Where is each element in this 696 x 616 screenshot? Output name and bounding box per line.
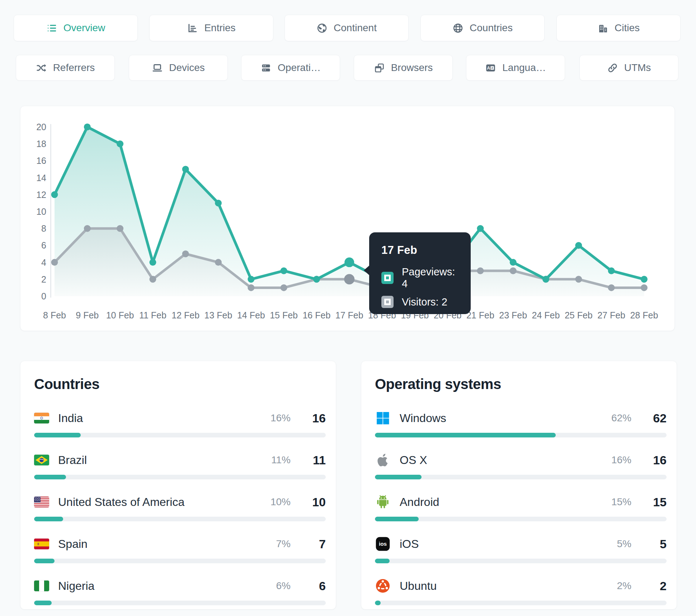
stat-row-link[interactable]: Windows62%62 — [375, 409, 667, 427]
stat-percent: 2% — [617, 580, 631, 592]
stat-row-link[interactable]: iosiOS5%5 — [375, 535, 667, 553]
country-row-nigeria: Nigeria6%6 — [34, 577, 326, 616]
tab-label: Operati… — [278, 63, 321, 73]
tab-label: Continent — [334, 23, 377, 33]
os-panel-title: Operating systems — [375, 376, 667, 392]
y-tick-label: 4 — [41, 257, 46, 267]
visitors-point — [51, 259, 58, 266]
stat-label: Windows — [400, 412, 611, 425]
stat-row-link[interactable]: Nigeria6%6 — [34, 577, 326, 594]
stat-label: Nigeria — [58, 579, 276, 593]
tooltip-arrow — [364, 265, 370, 275]
tab-devices[interactable]: Devices — [129, 55, 228, 81]
os-row-windows: Windows62%62 — [375, 409, 667, 451]
y-tick-label: 16 — [36, 156, 46, 166]
x-tick-label: 13 Feb — [204, 310, 232, 320]
country-row-brazil: Brazil11%11 — [34, 451, 326, 493]
traffic-line-chart[interactable]: 024681012141618208 Feb9 Feb10 Feb11 Feb1… — [20, 106, 674, 331]
stat-row-link[interactable]: United States of America10%10 — [34, 493, 326, 511]
stat-row-link[interactable]: India16%16 — [34, 409, 326, 427]
country-row-united-states-of-america: United States of America10%10 — [34, 493, 326, 535]
stat-row-link[interactable]: Brazil11%11 — [34, 451, 326, 469]
y-tick-label: 12 — [36, 190, 46, 200]
tab-operati[interactable]: Operati… — [241, 55, 340, 81]
tab-entries[interactable]: Entries — [149, 15, 273, 41]
list-icon — [46, 23, 57, 34]
chart-tooltip: 17 Feb Pageviews: 4Visitors: 2 — [369, 232, 471, 314]
tab-cities[interactable]: Cities — [556, 15, 681, 41]
os-row-os-x: OS X16%16 — [375, 451, 667, 493]
stat-label: Ubuntu — [400, 579, 617, 593]
y-tick-label: 2 — [41, 274, 46, 284]
stat-bar-track — [34, 601, 326, 605]
stat-row-link[interactable]: OS X16%16 — [375, 451, 667, 469]
stat-bar-track — [34, 517, 326, 521]
y-tick-label: 6 — [41, 240, 46, 250]
x-tick-label: 8 Feb — [43, 310, 66, 320]
stat-count: 16 — [305, 411, 326, 425]
flag-ng-icon — [34, 581, 49, 591]
visitors-point — [84, 225, 91, 232]
stat-label: United States of America — [58, 496, 271, 509]
android-logo-icon — [375, 494, 391, 510]
visitors-point — [117, 225, 123, 232]
tab-label: Langua… — [502, 63, 546, 73]
stat-row-link[interactable]: Spain7%7 — [34, 535, 326, 553]
stat-bar-fill — [34, 475, 66, 479]
tab-referrers[interactable]: Referrers — [16, 55, 115, 81]
visitors-point — [575, 276, 582, 283]
tab-label: Entries — [204, 23, 235, 33]
cities-building-icon — [597, 23, 608, 34]
tooltip-row-visitors: Visitors: 2 — [381, 296, 460, 308]
tab-utms[interactable]: UTMs — [579, 55, 678, 81]
stat-percent: 11% — [271, 454, 291, 466]
stat-row-link[interactable]: Ubuntu2%2 — [375, 577, 667, 594]
x-tick-label: 12 Feb — [171, 310, 199, 320]
countries-globe-icon — [452, 23, 464, 34]
stat-bar-fill — [34, 601, 52, 605]
ios-logo-icon: ios — [375, 536, 391, 552]
os-row-ios: iosiOS5%5 — [375, 535, 667, 577]
visitors-point — [477, 267, 484, 274]
shuffle-icon — [36, 62, 47, 74]
teal-series-swatch — [381, 272, 394, 284]
stat-bar-fill — [375, 559, 390, 563]
stat-percent: 6% — [276, 580, 291, 592]
tooltip-row-pageviews: Pageviews: 4 — [381, 266, 460, 290]
x-tick-label: 27 Feb — [597, 310, 625, 320]
x-tick-label: 16 Feb — [302, 310, 330, 320]
tab-countries[interactable]: Countries — [420, 15, 545, 41]
pageviews-point — [575, 242, 582, 249]
tab-label: Countries — [470, 23, 513, 33]
stat-count: 11 — [305, 453, 326, 467]
tab-label: Browsers — [391, 63, 433, 73]
stat-count: 15 — [646, 495, 667, 509]
stat-bar-track — [34, 559, 326, 563]
stat-bar-track — [375, 601, 667, 605]
stat-bar-fill — [34, 559, 55, 563]
pageviews-point — [182, 166, 189, 173]
stat-percent: 16% — [611, 454, 631, 466]
link-icon — [607, 62, 618, 74]
tab-continent[interactable]: Continent — [284, 15, 409, 41]
x-tick-label: 17 Feb — [335, 310, 363, 320]
stat-label: Android — [400, 496, 611, 509]
stat-bar-track — [375, 433, 667, 437]
stat-row-link[interactable]: Android15%15 — [375, 493, 667, 511]
visitors-point — [248, 284, 254, 291]
tab-browsers[interactable]: Browsers — [354, 55, 453, 81]
tab-overview[interactable]: Overview — [14, 15, 138, 41]
pageviews-point — [51, 191, 58, 198]
x-tick-label: 10 Feb — [106, 310, 134, 320]
browser-windows-icon — [374, 62, 385, 74]
stat-bar-fill — [375, 601, 381, 605]
stat-percent: 7% — [276, 538, 291, 550]
x-tick-label: 23 Feb — [499, 310, 527, 320]
stat-count: 16 — [646, 453, 667, 467]
y-tick-label: 0 — [41, 291, 46, 301]
laptop-icon — [152, 62, 163, 74]
x-tick-label: 11 Feb — [139, 310, 166, 320]
tab-langua[interactable]: AzLangua… — [466, 55, 565, 81]
visitors-point — [149, 276, 156, 283]
countries-panel: Countries India16%16Brazil11%11United St… — [20, 361, 336, 610]
